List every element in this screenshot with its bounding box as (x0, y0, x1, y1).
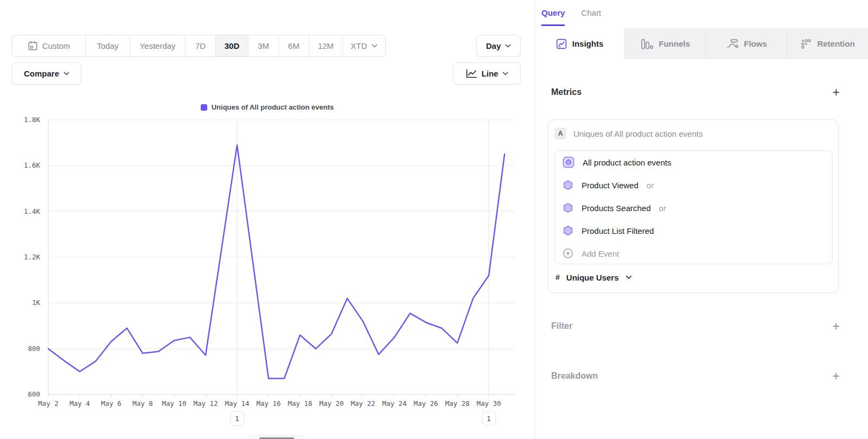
tab-flows[interactable]: Flows (706, 28, 787, 59)
date-range-30d[interactable]: 30D (216, 35, 248, 56)
tab-insights[interactable]: Insights (535, 28, 624, 59)
event-row-product-viewed[interactable]: Product Viewed or (555, 174, 832, 196)
event-hexagon-icon (563, 225, 573, 236)
tab-query[interactable]: Query (541, 8, 565, 26)
metrics-section-header: Metrics + (551, 85, 840, 100)
date-range-yesterday[interactable]: Yesterday (130, 35, 186, 56)
svg-text:May 6: May 6 (101, 399, 122, 408)
svg-text:1: 1 (235, 415, 239, 423)
metric-title: Uniques of All product action events (573, 129, 703, 138)
legend-label: Uniques of All product action events (212, 103, 334, 111)
svg-text:May 20: May 20 (319, 399, 343, 408)
report-tabs: Insights Funnels Flows Retention (535, 28, 868, 59)
date-range-label: Custom (42, 41, 71, 50)
date-range-12m[interactable]: 12M (309, 35, 343, 56)
metric-card: A Uniques of All product action events A… (547, 119, 839, 293)
svg-text:May 8: May 8 (132, 399, 153, 408)
svg-text:May 12: May 12 (193, 399, 218, 408)
svg-text:May 10: May 10 (162, 399, 186, 408)
bottom-scrollbar[interactable] (248, 435, 305, 439)
date-range-xtd[interactable]: XTD (343, 35, 385, 56)
svg-text:1.4K: 1.4K (24, 207, 41, 215)
date-range-picker: Custom Today Yesterday 7D 30D 3M 6M 12M … (12, 35, 386, 57)
add-metric-button[interactable]: + (833, 87, 840, 98)
svg-text:1: 1 (487, 415, 491, 423)
event-group-icon (563, 156, 575, 168)
svg-text:May 16: May 16 (256, 399, 280, 408)
granularity-label: Day (486, 41, 501, 50)
svg-text:600: 600 (28, 390, 40, 398)
date-range-7d[interactable]: 7D (186, 35, 216, 56)
event-row-products-searched[interactable]: Products Searched or (555, 196, 832, 219)
breakdown-section-header: Breakdown + (551, 368, 840, 384)
chevron-down-icon (63, 72, 69, 75)
granularity-dropdown[interactable]: Day (476, 35, 521, 57)
compare-label: Compare (24, 69, 59, 78)
add-event-button[interactable]: Add Event (555, 242, 832, 264)
event-hexagon-icon (563, 202, 573, 213)
app-root: 6008001K1.2K1.4K1.6K1.8KMay 2May 4May 6M… (0, 0, 868, 439)
insights-icon (556, 39, 567, 49)
calendar-icon (28, 41, 38, 51)
chart-legend: Uniques of All product action events (0, 103, 534, 111)
chevron-down-icon (626, 275, 632, 279)
add-breakdown-button[interactable]: + (833, 371, 840, 381)
aggregation-label: Unique Users (566, 273, 619, 282)
tab-chart[interactable]: Chart (581, 8, 601, 26)
svg-text:1K: 1K (32, 298, 41, 307)
number-icon: # (556, 273, 560, 282)
panel-tabs: Query Chart (541, 8, 601, 26)
legend-swatch (201, 104, 207, 111)
aggregation-selector[interactable]: # Unique Users (556, 270, 632, 285)
date-range-today[interactable]: Today (86, 35, 130, 56)
event-row-all-product-action-events[interactable]: All product action events (555, 151, 832, 174)
svg-text:1.2K: 1.2K (24, 253, 41, 261)
svg-text:1.8K: 1.8K (24, 116, 41, 124)
event-row-product-list-filtered[interactable]: Product List Filtered (555, 219, 832, 242)
flows-icon (726, 39, 738, 49)
svg-text:May 4: May 4 (69, 399, 90, 408)
events-card: All product action events Product Viewed… (554, 150, 833, 264)
query-panel: Query Chart Insights Funnels Flows (534, 0, 868, 439)
chart-type-label: Line (482, 69, 499, 78)
metric-card-header: A Uniques of All product action events (554, 128, 703, 139)
line-chart-icon (465, 69, 477, 79)
metrics-heading: Metrics (551, 87, 582, 97)
filter-heading: Filter (551, 321, 572, 331)
tab-funnels[interactable]: Funnels (624, 28, 706, 59)
chart-type-dropdown[interactable]: Line (453, 62, 521, 85)
svg-text:May 14: May 14 (225, 399, 249, 408)
svg-text:May 22: May 22 (350, 399, 375, 408)
svg-text:May 28: May 28 (445, 399, 469, 408)
chevron-down-icon (502, 72, 508, 75)
metric-label-badge: A (554, 128, 566, 139)
chevron-down-icon (372, 44, 378, 48)
funnels-icon (641, 39, 653, 49)
chevron-down-icon (505, 44, 511, 48)
svg-text:800: 800 (28, 345, 40, 353)
filter-section-header: Filter + (551, 319, 840, 334)
date-range-6m[interactable]: 6M (279, 35, 309, 56)
svg-text:May 30: May 30 (476, 399, 501, 408)
add-filter-button[interactable]: + (833, 321, 840, 332)
svg-text:May 2: May 2 (38, 399, 59, 408)
plus-circle-icon (563, 248, 573, 259)
svg-text:May 18: May 18 (288, 399, 312, 408)
compare-dropdown[interactable]: Compare (12, 62, 81, 85)
event-hexagon-icon (563, 180, 573, 190)
date-range-3m[interactable]: 3M (248, 35, 279, 56)
chart-panel: 6008001K1.2K1.4K1.6K1.8KMay 2May 4May 6M… (0, 0, 534, 439)
svg-text:May 24: May 24 (382, 399, 406, 408)
svg-text:1.6K: 1.6K (24, 161, 41, 169)
svg-text:May 26: May 26 (413, 399, 438, 408)
date-range-custom[interactable]: Custom (12, 35, 86, 56)
tab-retention[interactable]: Retention (787, 28, 868, 59)
retention-icon (801, 39, 812, 49)
breakdown-heading: Breakdown (551, 371, 598, 381)
